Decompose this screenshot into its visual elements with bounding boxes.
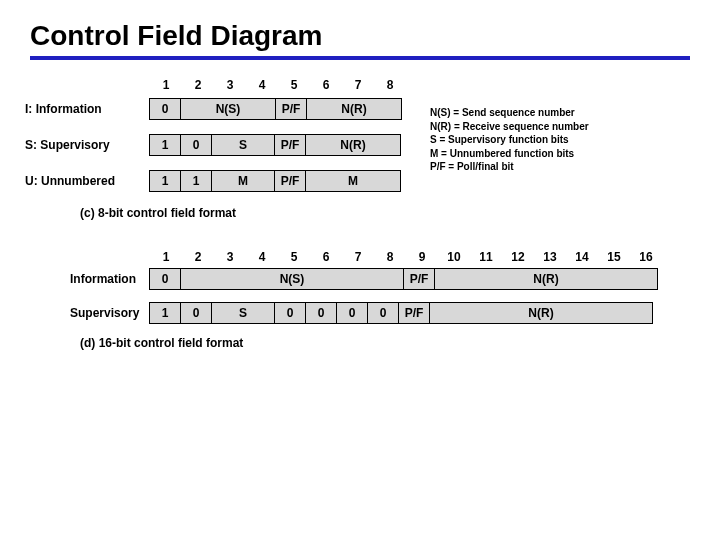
bit-number: 11 <box>470 250 502 264</box>
legend: N(S) = Send sequence numberN(R) = Receiv… <box>430 106 589 174</box>
bit-number: 8 <box>374 250 406 264</box>
field-cell: 1 <box>180 170 212 192</box>
field-row: S: Supervisory10SP/FN(R) <box>150 134 690 156</box>
bit-numbers-8: 12345678 <box>150 78 690 92</box>
bit-number: 7 <box>342 250 374 264</box>
field-cell: N(R) <box>434 268 658 290</box>
field-cell: P/F <box>275 98 307 120</box>
bit-number: 9 <box>406 250 438 264</box>
field-cell: 0 <box>180 302 212 324</box>
row-label: Information <box>70 272 150 286</box>
row-label: Supervisory <box>70 306 150 320</box>
field-cell: N(R) <box>305 134 401 156</box>
bit-number: 4 <box>246 250 278 264</box>
field-cell: S <box>211 134 275 156</box>
section-16bit: 12345678910111213141516 Information0N(S)… <box>70 250 690 324</box>
legend-line: P/F = Poll/final bit <box>430 160 589 174</box>
bit-number: 13 <box>534 250 566 264</box>
field-cell: P/F <box>403 268 435 290</box>
bit-number: 2 <box>182 250 214 264</box>
bit-number: 1 <box>150 250 182 264</box>
bit-number: 1 <box>150 78 182 92</box>
bit-number: 2 <box>182 78 214 92</box>
row-label: S: Supervisory <box>25 138 145 152</box>
bit-number: 12 <box>502 250 534 264</box>
caption-8bit: (c) 8-bit control field format <box>80 206 690 220</box>
field-row: Supervisory10S0000P/FN(R) <box>70 302 690 324</box>
bit-number: 8 <box>374 78 406 92</box>
bit-number: 4 <box>246 78 278 92</box>
bit-numbers-16: 12345678910111213141516 <box>150 250 690 264</box>
legend-line: N(S) = Send sequence number <box>430 106 589 120</box>
row-label: U: Unnumbered <box>25 174 145 188</box>
legend-line: N(R) = Receive sequence number <box>430 120 589 134</box>
field-cell: S <box>211 302 275 324</box>
field-cell: 0 <box>367 302 399 324</box>
field-cell: P/F <box>274 170 306 192</box>
bit-number: 7 <box>342 78 374 92</box>
field-cell: 0 <box>149 268 181 290</box>
field-cell: 0 <box>336 302 368 324</box>
legend-line: M = Unnumbered function bits <box>430 147 589 161</box>
title-rule <box>30 56 690 60</box>
field-row: I: Information0N(S)P/FN(R) <box>150 98 690 120</box>
section-8bit: 12345678 I: Information0N(S)P/FN(R)S: Su… <box>150 78 690 192</box>
field-cell: P/F <box>274 134 306 156</box>
row-label: I: Information <box>25 102 145 116</box>
bit-number: 14 <box>566 250 598 264</box>
field-row: U: Unnumbered11MP/FM <box>150 170 690 192</box>
bit-number: 3 <box>214 250 246 264</box>
bit-number: 15 <box>598 250 630 264</box>
field-cell: N(R) <box>306 98 402 120</box>
bit-number: 5 <box>278 78 310 92</box>
page-title: Control Field Diagram <box>30 20 690 52</box>
field-cell: 1 <box>149 170 181 192</box>
field-cell: M <box>305 170 401 192</box>
bit-number: 3 <box>214 78 246 92</box>
field-cell: 1 <box>149 134 181 156</box>
caption-16bit: (d) 16-bit control field format <box>80 336 690 350</box>
field-cell: M <box>211 170 275 192</box>
bit-number: 6 <box>310 78 342 92</box>
field-cell: N(R) <box>429 302 653 324</box>
field-cell: N(S) <box>180 98 276 120</box>
legend-line: S = Supervisory function bits <box>430 133 589 147</box>
bit-number: 5 <box>278 250 310 264</box>
field-cell: 0 <box>149 98 181 120</box>
field-cell: 0 <box>274 302 306 324</box>
field-cell: N(S) <box>180 268 404 290</box>
bit-number: 6 <box>310 250 342 264</box>
field-cell: 1 <box>149 302 181 324</box>
field-cell: 0 <box>305 302 337 324</box>
field-row: Information0N(S)P/FN(R) <box>70 268 690 290</box>
bit-number: 10 <box>438 250 470 264</box>
field-cell: P/F <box>398 302 430 324</box>
bit-number: 16 <box>630 250 662 264</box>
field-cell: 0 <box>180 134 212 156</box>
